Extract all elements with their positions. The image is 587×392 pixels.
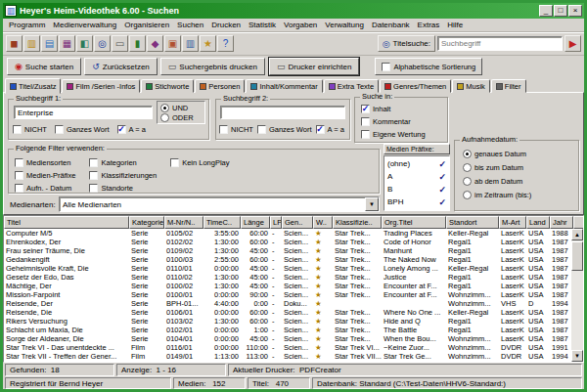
praefix-item-b[interactable]: B✓: [385, 183, 448, 196]
sb2-nicht-checkbox[interactable]: NICHT: [219, 125, 253, 134]
medienarten-combobox[interactable]: Alle Medienarten ▼: [59, 196, 380, 212]
table-row[interactable]: Reisende, DerSerieBPH-01...4:40:000:00-D…: [4, 299, 571, 308]
sb1-ganzes-wort-checkbox[interactable]: Ganzes Wort: [55, 125, 110, 134]
column-header-m-art[interactable]: M-Art: [499, 216, 526, 229]
vertical-scrollbar[interactable]: ▲ ▼: [571, 229, 583, 362]
filter-kein-longplay-checkbox[interactable]: Kein LongPlay: [170, 158, 229, 167]
menu-item-medienverwaltung[interactable]: Medienverwaltung: [49, 20, 120, 30]
sb1-a-a-checkbox[interactable]: ✓A = a: [117, 125, 146, 134]
aufnahmedatum-bis-zum-datum-radio[interactable]: bis zum Datum: [463, 163, 531, 172]
tab-stichworte[interactable]: Stichworte: [141, 79, 194, 93]
search-button[interactable]: ◎: [94, 35, 111, 52]
table-row[interactable]: Gesetz der Edo, DasSerie0110/021:30:0045…: [4, 273, 571, 282]
verknuepfung-und-radio[interactable]: UND: [160, 104, 202, 112]
column-header-w[interactable]: W..: [313, 216, 333, 229]
tab-extra-texte[interactable]: Extra Texte: [324, 79, 379, 93]
tab-titel-zusatz[interactable]: Titel/Zusatz: [5, 78, 61, 94]
menu-item-organisieren[interactable]: Organisieren: [120, 20, 173, 30]
statistics-button[interactable]: ▮: [129, 35, 146, 52]
medien-praefixe-list[interactable]: (ohne)✓A✓B✓BPH✓: [384, 155, 450, 211]
column-header-land[interactable]: Land: [526, 216, 550, 229]
scroll-down-icon[interactable]: ▼: [571, 350, 583, 362]
scroll-up-icon[interactable]: ▲: [571, 229, 583, 240]
column-header-lp[interactable]: LP: [270, 216, 282, 229]
table-row[interactable]: Star Trek VII - Treffen der Gener...Film…: [4, 352, 571, 361]
sb2-a-a-checkbox[interactable]: ✓A = a: [316, 125, 344, 134]
drucker-einrichten-button[interactable]: ▭Drucker einrichten: [269, 58, 359, 75]
suche-in-kommentar-checkbox[interactable]: Kommentar: [361, 117, 426, 126]
table-row[interactable]: Computer M/5Serie0105/023:55:0060:00-Sci…: [4, 229, 571, 238]
column-header-klassifizie[interactable]: Klassifizie..: [333, 216, 382, 229]
table-row[interactable]: Ehrenkodex, DerSerie0102/021:30:0060:00-…: [4, 238, 571, 246]
exit-button[interactable]: ◼: [6, 35, 23, 52]
praefix-item-ohne[interactable]: (ohne)✓: [385, 157, 448, 170]
print-button[interactable]: ▭: [112, 35, 128, 52]
column-header-org-titel[interactable]: Org.Titel: [382, 216, 446, 229]
extras-button[interactable]: ★: [200, 35, 216, 52]
menu-item-verwaltung[interactable]: Verwaltung: [321, 20, 368, 30]
menu-item-statistik[interactable]: Statistik: [245, 20, 280, 30]
table-row[interactable]: GedankengiftSerie0100/032:55:0060:00-Sci…: [4, 255, 571, 264]
aufnahmedatum-ab-dem-datum-radio[interactable]: ab dem Datum: [463, 177, 531, 186]
titelsuche-input[interactable]: [437, 36, 563, 51]
column-header-kategorie[interactable]: Kategorie: [129, 216, 164, 229]
column-header-m-nr-n[interactable]: M-Nr/N..: [164, 216, 203, 229]
sb2-ganzes-wort-checkbox[interactable]: Ganzes Wort: [257, 125, 312, 134]
column-header-titel[interactable]: Titel: [4, 216, 129, 229]
media-button[interactable]: ▥: [23, 35, 40, 52]
titles-button[interactable]: ▤: [41, 35, 58, 52]
zuruecksetzen-button[interactable]: ↺Zurücksetzen: [84, 58, 158, 75]
close-button[interactable]: ×: [568, 5, 582, 17]
tab-film-serien-infos[interactable]: Film /Serien -Infos: [62, 79, 140, 93]
aufnahmedatum-im-zeitraum-bis-radio[interactable]: im Zeitraum (bis:): [463, 191, 531, 199]
filter-standorte-checkbox[interactable]: Standorte: [89, 184, 157, 193]
suchbegriff1-input[interactable]: [14, 106, 153, 119]
menu-item-vorgaben[interactable]: Vorgaben: [280, 20, 321, 30]
praefix-item-a[interactable]: A✓: [385, 170, 448, 183]
table-row[interactable]: Geheimnisvolle Kraft, DieSerie0110/010:0…: [4, 264, 571, 273]
maximize-button[interactable]: □: [554, 5, 567, 17]
admin-button[interactable]: ▣: [164, 35, 181, 52]
column-header-standort[interactable]: Standort: [446, 216, 499, 229]
table-row[interactable]: Star Trek VI - Das unentdeckte ...Film01…: [4, 343, 571, 352]
scroll-thumb[interactable]: [571, 241, 583, 271]
tab-personen[interactable]: Personen: [195, 79, 245, 93]
suche-in-eigene-wertung-checkbox[interactable]: Eigene Wertung: [361, 130, 426, 139]
go-title-search-button[interactable]: ▶: [564, 35, 581, 52]
menu-item-drucken[interactable]: Drucken: [207, 20, 245, 30]
table-row[interactable]: Schlacht um Maxia, DieSerie0102/010:00:0…: [4, 326, 571, 334]
menu-item-suchen[interactable]: Suchen: [173, 20, 207, 30]
menu-item-programm[interactable]: Programm: [5, 20, 49, 30]
column-header-länge[interactable]: Länge: [241, 216, 270, 229]
tab-filter[interactable]: Filter: [491, 79, 526, 93]
table-row[interactable]: Reisende, DieSerie0106/010:00:0060:00-Sc…: [4, 308, 571, 317]
column-header-gen[interactable]: Gen..: [282, 216, 313, 229]
defaults-button[interactable]: ◆: [147, 35, 163, 52]
menu-item-datenbank[interactable]: Datenbank: [368, 20, 414, 30]
suchergebnis-drucken-button[interactable]: ▭Suchergebnis drucken: [160, 58, 265, 75]
filter-kategorien-checkbox[interactable]: Kategorien: [89, 158, 157, 167]
filter-klassifizierungen-checkbox[interactable]: Klassifizierungen: [89, 171, 157, 180]
filter-mediensorten-checkbox[interactable]: Mediensorten: [15, 158, 75, 167]
tab-inhalt-kommentar[interactable]: Inhalt/Kommentar: [246, 79, 322, 93]
tab-genres-themen[interactable]: Genres/Themen: [380, 79, 451, 93]
minimize-button[interactable]: _: [539, 5, 553, 17]
menu-item-hilfe[interactable]: Hilfe: [443, 20, 467, 30]
table-row[interactable]: Rikers VersuchungSerie0103/021:30:0060:0…: [4, 317, 571, 326]
loan-button[interactable]: ▦: [59, 35, 75, 52]
alphabetische-sortierung-checkbox[interactable]: Alphabetische Sortierung: [375, 58, 482, 75]
organize-button[interactable]: ◧: [76, 35, 93, 52]
column-header-timec[interactable]: TimeC..: [203, 216, 241, 229]
database-button[interactable]: ▥: [182, 35, 199, 52]
filter-aufn-datum-checkbox[interactable]: Aufn. - Datum: [15, 184, 75, 193]
verknuepfung-oder-radio[interactable]: ODER: [160, 113, 202, 122]
suchbegriff2-input[interactable]: [220, 106, 345, 119]
praefix-item-bph[interactable]: BPH✓: [385, 196, 448, 208]
table-row[interactable]: Sorge der Aldeaner, DieSerie0104/010:00:…: [4, 334, 571, 343]
column-header-jahr[interactable]: Jahr: [550, 216, 573, 229]
tab-musik[interactable]: Musik: [452, 79, 490, 93]
dropdown-arrow-icon[interactable]: ▼: [365, 197, 379, 211]
suche-in-inhalt-checkbox[interactable]: ✓Inhalt: [361, 105, 426, 113]
table-row[interactable]: Mission-FarpointSerie0100/010:00:0090:00…: [4, 290, 571, 299]
menu-item-extras[interactable]: Extras: [414, 20, 444, 30]
